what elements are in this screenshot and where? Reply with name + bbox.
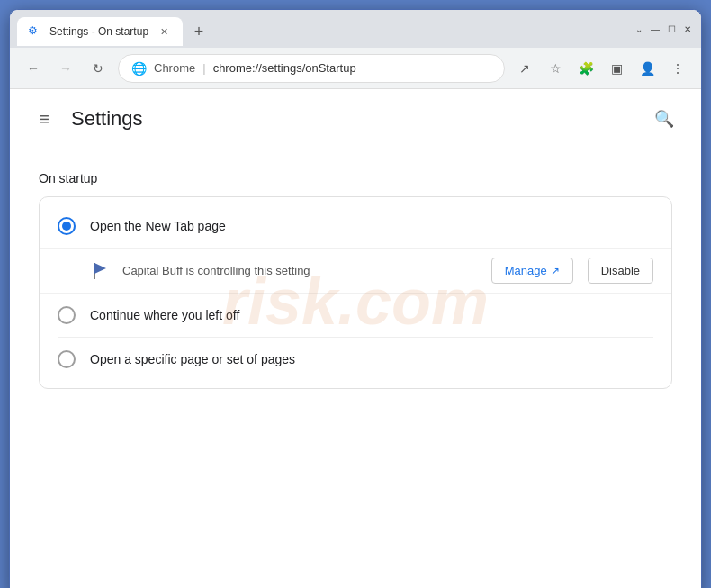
active-tab[interactable]: ⚙ Settings - On startup ✕ xyxy=(17,17,183,46)
chrome-label: Chrome xyxy=(154,61,195,75)
chevron-down-icon[interactable]: ⌄ xyxy=(633,23,645,35)
radio-continue[interactable] xyxy=(58,306,76,324)
page-title: Settings xyxy=(71,107,143,131)
profile-icon[interactable]: 👤 xyxy=(634,56,660,81)
option-new-tab[interactable]: Open the New Tab page xyxy=(40,204,671,248)
tab-favicon: ⚙ xyxy=(28,24,42,39)
radio-new-tab[interactable] xyxy=(58,217,76,235)
maximize-button[interactable]: ☐ xyxy=(665,23,678,35)
search-button[interactable]: 🔍 xyxy=(649,104,680,134)
tab-title: Settings - On startup xyxy=(50,25,148,38)
minimize-button[interactable]: — xyxy=(649,23,662,35)
share-icon[interactable]: ↗ xyxy=(512,56,537,81)
url-text: chrome://settings/onStartup xyxy=(213,61,491,75)
reload-button[interactable]: ↻ xyxy=(86,56,111,81)
extension-favicon xyxy=(90,260,112,282)
option-continue[interactable]: Continue where you left off xyxy=(40,294,671,337)
startup-options-card: Open the New Tab page Capital Buff is co… xyxy=(39,196,672,389)
settings-body: On startup Open the New Tab page xyxy=(10,149,701,411)
bookmark-icon[interactable]: ☆ xyxy=(543,56,568,81)
address-bar: ← → ↻ 🌐 Chrome | chrome://settings/onSta… xyxy=(10,48,701,89)
hamburger-menu-icon[interactable]: ≡ xyxy=(32,106,57,131)
settings-content: ≡ Settings 🔍 On startup Open the New Tab… xyxy=(10,89,701,588)
chrome-icon: 🌐 xyxy=(131,61,147,76)
radio-specific-page[interactable] xyxy=(58,350,76,368)
option-continue-label: Continue where you left off xyxy=(90,308,239,322)
forward-button[interactable]: → xyxy=(53,56,78,81)
title-bar: ⚙ Settings - On startup ✕ + ⌄ — ☐ ✕ xyxy=(10,10,701,48)
settings-body-wrapper: On startup Open the New Tab page xyxy=(10,149,701,411)
external-link-icon: ↗ xyxy=(551,265,560,277)
tab-close-button[interactable]: ✕ xyxy=(156,23,172,40)
option-specific-page-label: Open a specific page or set of pages xyxy=(90,352,295,366)
manage-button[interactable]: Manage ↗ xyxy=(491,258,573,284)
url-bar[interactable]: 🌐 Chrome | chrome://settings/onStartup xyxy=(118,54,505,83)
toolbar-icons: ↗ ☆ 🧩 ▣ 👤 ⋮ xyxy=(512,56,690,81)
extensions-icon[interactable]: 🧩 xyxy=(573,56,598,81)
disable-button[interactable]: Disable xyxy=(588,258,653,284)
settings-header: ≡ Settings 🔍 xyxy=(10,89,701,149)
menu-icon[interactable]: ⋮ xyxy=(665,56,690,81)
option-specific-page[interactable]: Open a specific page or set of pages xyxy=(40,338,671,381)
new-tab-button[interactable]: + xyxy=(186,19,212,44)
extension-notification-row: Capital Buff is controlling this setting… xyxy=(40,248,671,294)
manage-label: Manage xyxy=(505,264,547,277)
extension-text: Capital Buff is controlling this setting xyxy=(122,264,481,277)
window-controls: ⌄ — ☐ ✕ xyxy=(633,23,694,41)
back-button[interactable]: ← xyxy=(21,56,46,81)
radio-inner-new-tab xyxy=(62,222,71,231)
disable-label: Disable xyxy=(601,264,640,277)
section-title: On startup xyxy=(39,171,672,185)
close-button[interactable]: ✕ xyxy=(681,23,694,35)
sidebar-icon[interactable]: ▣ xyxy=(604,56,629,81)
option-new-tab-label: Open the New Tab page xyxy=(90,219,226,233)
